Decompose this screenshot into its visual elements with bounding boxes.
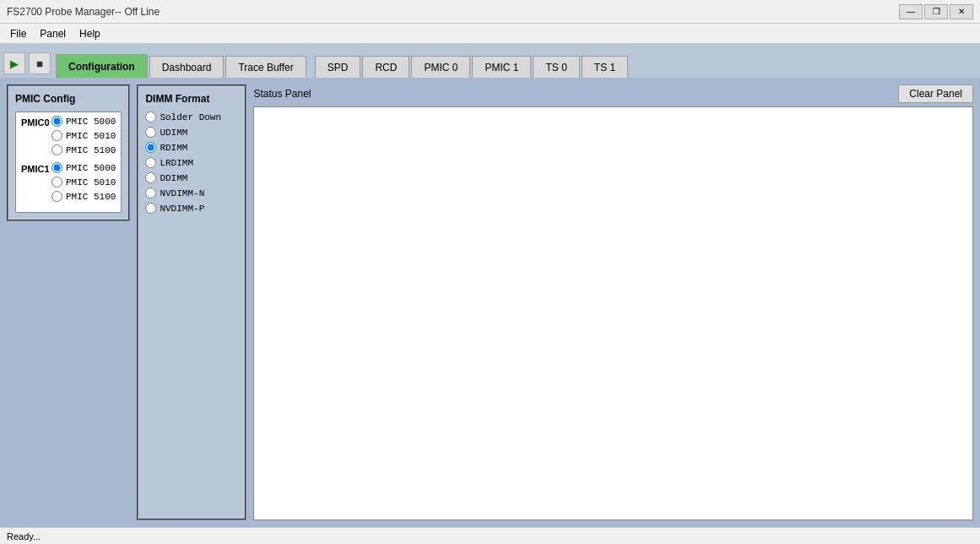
dimm-option-5: NVDIMM-N	[145, 188, 238, 199]
play-button[interactable]: ▶	[3, 52, 25, 74]
pmic1-radio-1[interactable]	[51, 177, 62, 188]
pmic-container: PMIC0 PMIC 5000 PMIC 5010	[15, 112, 122, 213]
dimm-radio-3[interactable]	[145, 157, 156, 168]
pmic1-radio-0[interactable]	[51, 162, 62, 173]
title-bar: FS2700 Probe Manager-- Off Line — ❒ ✕	[0, 0, 980, 24]
pmic1-radio-2[interactable]	[51, 191, 62, 202]
pmic1-option-2: PMIC 5100	[51, 191, 116, 202]
minimize-button[interactable]: —	[899, 4, 923, 19]
pmic1-label-1[interactable]: PMIC 5010	[66, 177, 116, 188]
dimm-label-6[interactable]: NVDIMM-P	[160, 204, 204, 214]
tab-spd[interactable]: SPD	[315, 56, 361, 78]
tab-pmic1[interactable]: PMIC 1	[472, 56, 531, 78]
pmic0-options: PMIC 5000 PMIC 5010 PMIC 5100	[51, 116, 116, 157]
clear-panel-button[interactable]: Clear Panel	[898, 84, 973, 103]
status-header: Status Panel Clear Panel	[253, 84, 973, 103]
pmic1-option-0: PMIC 5000	[51, 162, 116, 173]
dimm-label-5[interactable]: NVDIMM-N	[160, 188, 204, 199]
dimm-label-3[interactable]: LRDIMM	[160, 158, 193, 168]
tab-ts1[interactable]: TS 1	[582, 56, 628, 78]
menu-file[interactable]: File	[3, 26, 33, 41]
pmic0-radio-0[interactable]	[51, 116, 62, 127]
status-panel-area	[253, 106, 973, 520]
status-bar-text: Ready...	[7, 531, 41, 541]
dimm-radio-6[interactable]	[145, 203, 156, 214]
pmic0-label: PMIC0	[21, 116, 51, 128]
pmic0-label-0[interactable]: PMIC 5000	[66, 117, 116, 127]
pmic1-label: PMIC1	[21, 162, 51, 174]
dimm-radio-2[interactable]	[145, 142, 156, 153]
title-bar-controls: — ❒ ✕	[899, 4, 973, 19]
menu-help[interactable]: Help	[73, 26, 107, 41]
dimm-option-2: RDIMM	[145, 142, 238, 153]
pmic-config-title: PMIC Config	[15, 93, 122, 105]
main-content: PMIC Config PMIC0 PMIC 5000 PMIC	[0, 78, 980, 527]
status-section: Status Panel Clear Panel	[253, 84, 973, 520]
dimm-option-4: DDIMM	[145, 172, 238, 183]
pmic1-label-2[interactable]: PMIC 5100	[66, 192, 116, 202]
pmic1-label-0[interactable]: PMIC 5000	[66, 163, 116, 173]
tab-pmic0[interactable]: PMIC 0	[411, 56, 470, 78]
tab-ts0[interactable]: TS 0	[533, 56, 579, 78]
dimm-format-box: DIMM Format Solder Down UDIMM RDIMM LRDI…	[137, 84, 246, 520]
pmic1-section: PMIC1 PMIC 5000 PMIC 5010	[21, 162, 116, 204]
content-row: PMIC Config PMIC0 PMIC 5000 PMIC	[7, 84, 973, 520]
dimm-option-1: UDIMM	[145, 127, 238, 138]
status-bar: Ready...	[0, 527, 980, 544]
stop-button[interactable]: ■	[29, 52, 51, 74]
pmic0-radio-2[interactable]	[51, 144, 62, 155]
dimm-option-3: LRDIMM	[145, 157, 238, 168]
dimm-label-0[interactable]: Solder Down	[160, 112, 221, 122]
tab-trace-buffer[interactable]: Trace Buffer	[225, 56, 306, 78]
pmic0-label-1[interactable]: PMIC 5010	[66, 131, 116, 141]
dimm-label-4[interactable]: DDIMM	[160, 173, 187, 183]
tab-rcd[interactable]: RCD	[362, 56, 409, 78]
pmic0-option-0: PMIC 5000	[51, 116, 116, 127]
dimm-radio-1[interactable]	[145, 127, 156, 138]
dimm-radio-5[interactable]	[145, 188, 156, 199]
dimm-radio-0[interactable]	[145, 112, 156, 122]
status-panel-label: Status Panel	[253, 88, 311, 100]
dimm-label-1[interactable]: UDIMM	[160, 128, 187, 138]
pmic1-option-1: PMIC 5010	[51, 177, 116, 188]
pmic0-radio-1[interactable]	[51, 130, 62, 141]
pmic1-options: PMIC 5000 PMIC 5010 PMIC 5100	[51, 162, 116, 204]
tab-configuration[interactable]: Configuration	[56, 54, 148, 78]
title-bar-title: FS2700 Probe Manager-- Off Line	[7, 6, 160, 18]
menu-bar: File Panel Help	[0, 24, 980, 44]
menu-panel[interactable]: Panel	[33, 26, 73, 41]
dimm-option-6: NVDIMM-P	[145, 203, 238, 214]
pmic0-option-1: PMIC 5010	[51, 130, 116, 141]
tab-dashboard[interactable]: Dashboard	[149, 56, 225, 78]
dimm-radio-4[interactable]	[145, 172, 156, 183]
close-button[interactable]: ✕	[950, 4, 973, 19]
dimm-format-title: DIMM Format	[145, 93, 238, 105]
pmic-config-box: PMIC Config PMIC0 PMIC 5000 PMIC	[7, 84, 130, 221]
dimm-options: Solder Down UDIMM RDIMM LRDIMM DDIMM	[145, 112, 238, 215]
pmic0-option-2: PMIC 5100	[51, 144, 116, 155]
left-panel: PMIC Config PMIC0 PMIC 5000 PMIC	[7, 84, 130, 520]
pmic0-section: PMIC0 PMIC 5000 PMIC 5010	[21, 116, 116, 157]
dimm-option-0: Solder Down	[145, 112, 238, 122]
maximize-button[interactable]: ❒	[924, 4, 948, 19]
pmic0-label-2[interactable]: PMIC 5100	[66, 145, 116, 155]
dimm-label-2[interactable]: RDIMM	[160, 143, 187, 153]
